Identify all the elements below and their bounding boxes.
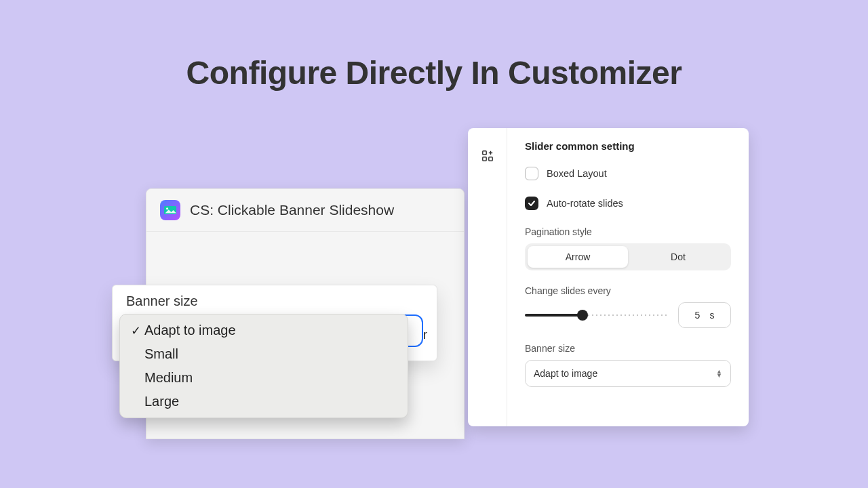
panel-banner-size-value: Adapt to image — [534, 368, 597, 379]
banner-size-dropdown: ✓ Adapt to image Small Medium Large — [119, 314, 408, 418]
slider-dots — [583, 314, 669, 316]
banner-size-label: Banner size — [126, 293, 423, 309]
settings-title: Slider common setting — [525, 140, 731, 152]
dropdown-option-small[interactable]: Small — [120, 342, 408, 366]
svg-rect-3 — [482, 157, 486, 161]
panel-banner-size-select[interactable]: Adapt to image ▲▼ — [525, 360, 731, 387]
select-stepper-icon: ▲▼ — [716, 369, 722, 378]
pagination-arrow[interactable]: Arrow — [528, 246, 628, 268]
svg-rect-4 — [488, 157, 492, 161]
truncated-text: r — [423, 327, 427, 342]
auto-rotate-label: Auto-rotate slides — [547, 198, 623, 209]
change-every-slider[interactable] — [525, 310, 669, 320]
svg-point-1 — [166, 207, 168, 209]
change-every-readout[interactable]: 5 s — [678, 302, 731, 328]
boxed-layout-label: Boxed Layout — [547, 168, 607, 179]
boxed-layout-option[interactable]: Boxed Layout — [525, 167, 731, 180]
checkbox-unchecked-icon — [525, 167, 538, 180]
app-card-header: CS: Clickable Banner Slideshow — [146, 189, 464, 232]
page-headline: Configure Directly In Customizer — [0, 54, 868, 92]
dropdown-option-label: Adapt to image — [144, 323, 236, 338]
app-icon — [160, 200, 180, 220]
slider-knob-icon — [577, 310, 588, 321]
dropdown-option-label: Large — [144, 394, 179, 409]
slider-fill — [525, 314, 583, 317]
dropdown-option-label: Small — [144, 346, 178, 362]
app-card-title: CS: Clickable Banner Slideshow — [190, 202, 394, 218]
settings-content: Slider common setting Boxed Layout Auto-… — [507, 128, 749, 426]
pagination-dot[interactable]: Dot — [628, 246, 728, 268]
pagination-label: Pagination style — [525, 226, 731, 237]
change-every-unit: s — [709, 310, 714, 321]
auto-rotate-option[interactable]: Auto-rotate slides — [525, 197, 731, 210]
dropdown-option-adapt[interactable]: ✓ Adapt to image — [120, 319, 408, 342]
svg-rect-2 — [482, 151, 486, 155]
panel-banner-size-label: Banner size — [525, 343, 731, 354]
settings-rail — [468, 128, 507, 426]
dropdown-option-medium[interactable]: Medium — [120, 366, 408, 390]
settings-panel: Slider common setting Boxed Layout Auto-… — [468, 128, 749, 426]
change-every-row: 5 s — [525, 302, 731, 328]
change-every-label: Change slides every — [525, 285, 731, 296]
checkbox-checked-icon — [525, 197, 538, 210]
pagination-segmented: Arrow Dot — [525, 243, 731, 270]
change-every-value: 5 — [695, 310, 701, 321]
dropdown-option-large[interactable]: Large — [120, 390, 408, 413]
check-icon: ✓ — [131, 323, 144, 338]
dropdown-option-label: Medium — [144, 370, 193, 386]
sections-icon[interactable] — [481, 150, 494, 426]
